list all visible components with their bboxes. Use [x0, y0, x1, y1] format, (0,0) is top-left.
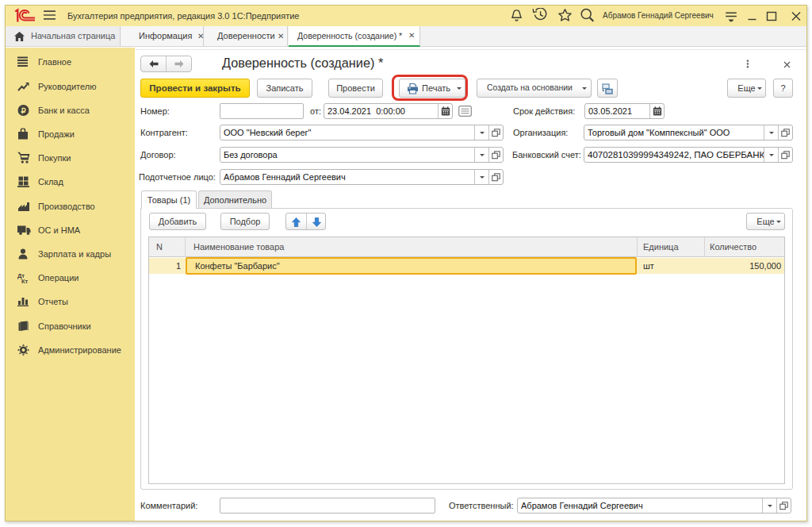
svg-text:₽: ₽: [21, 106, 25, 115]
svg-text:Кт: Кт: [21, 278, 29, 284]
